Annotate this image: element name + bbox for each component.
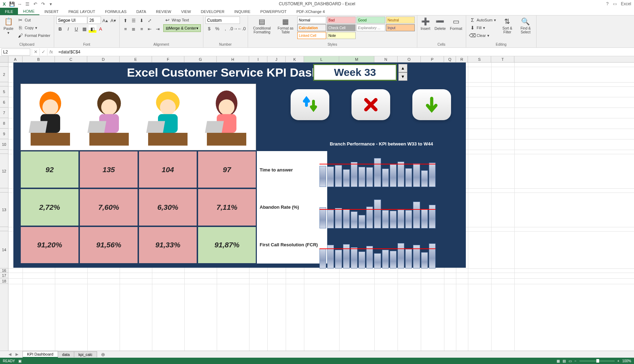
font-family-select[interactable] [56,17,87,24]
col-header-K[interactable]: K [286,56,304,62]
accept-formula-icon[interactable]: ✓ [39,48,47,56]
row-header[interactable]: 16 [0,268,8,273]
comma-icon[interactable]: , [222,25,229,32]
decrease-font-icon[interactable]: A▾ [109,17,117,24]
status-bad-icon[interactable] [351,89,390,120]
formula-input[interactable]: =data!$C$4 [56,50,634,54]
align-top-icon[interactable]: ⬆ [122,17,129,24]
col-header-B[interactable]: B [23,56,55,62]
col-header-M[interactable]: M [339,56,374,62]
font-size-select[interactable] [88,17,101,24]
tab-page-layout[interactable]: PAGE LAYOUT [63,8,100,15]
col-header-Q[interactable]: Q [444,56,456,62]
style-input[interactable]: Input [386,24,415,31]
tab-formulas[interactable]: FORMULAS [100,8,131,15]
decrease-indent-icon[interactable]: ⇤ [146,25,154,33]
cut-button[interactable]: ✂Cut [16,17,52,24]
arrow-icon[interactable]: ↔ [17,1,23,7]
align-bottom-icon[interactable]: ⬇ [138,17,146,24]
orientation-icon[interactable]: ⤢ [146,17,154,24]
percent-icon[interactable]: % [214,25,221,32]
underline-button[interactable]: U [72,25,80,33]
format-as-table-button[interactable]: ▦Format as Table [275,17,296,35]
tab-view[interactable]: VIEW [176,8,196,15]
format-button[interactable]: ▭Format [449,17,464,31]
spinner-up-button[interactable]: ▲ [398,64,407,72]
qat-customize-icon[interactable]: ▾ [48,1,53,7]
style-linked-cell[interactable]: Linked Cell [297,32,326,39]
col-header-L[interactable]: L [304,56,339,62]
style-note[interactable]: Note [327,32,356,39]
insert-function-icon[interactable]: fx [47,48,55,56]
col-header-P[interactable]: P [421,56,444,62]
cell-styles-gallery[interactable]: Normal Bad Good Neutral Calculation Chec… [297,17,415,39]
row-header[interactable]: 8 [0,118,8,129]
align-middle-icon[interactable]: ☰ [130,17,138,24]
style-bad[interactable]: Bad [327,17,356,24]
sheet-nav-prev[interactable]: ◀ [8,352,11,357]
undo-icon[interactable]: ↶ [32,1,38,7]
tab-home[interactable]: HOME [18,8,39,15]
copy-button[interactable]: ⎘Copy ▾ [16,24,52,31]
fill-color-button[interactable]: ◧ [89,25,96,33]
row-header[interactable] [0,82,8,86]
row-header[interactable]: 5 [0,86,8,97]
clear-button[interactable]: ⌫Clear ▾ [468,32,497,39]
wrap-text-button[interactable]: ↩Wrap Text [163,17,201,24]
zoom-in-icon[interactable]: + [617,359,620,363]
col-header-F[interactable]: F [152,56,184,62]
row-header[interactable]: 18 [0,278,8,284]
view-layout-icon[interactable]: ▤ [563,359,566,363]
col-header-A[interactable]: A [8,56,23,62]
tab-inquire[interactable]: INQUIRE [229,8,255,15]
fill-button[interactable]: ⬇Fill ▾ [468,24,497,31]
col-header-T[interactable]: T [491,56,514,62]
col-header-S[interactable]: S [468,56,491,62]
row-header[interactable] [0,188,8,193]
style-explanatory[interactable]: Explanatory ... [356,24,385,31]
paste-button[interactable]: 📋 Paste ▾ [2,17,15,36]
row-header[interactable]: 12 [0,154,8,188]
style-check-cell[interactable]: Check Cell [327,24,356,31]
ribbon-options-icon[interactable]: ▭ [613,1,617,6]
row-header[interactable]: 6 [0,97,8,108]
macro-record-icon[interactable]: ▣ [18,359,21,363]
find-select-button[interactable]: 🔍Find & Select [517,17,534,35]
autosum-button[interactable]: ΣAutoSum ▾ [468,17,497,24]
help-icon[interactable]: ? [606,1,609,6]
sheet-tab-kpi-calc[interactable]: kpi_calc [74,351,97,357]
row-header[interactable]: 2 [0,67,8,82]
col-header-O[interactable]: O [398,56,421,62]
row-header[interactable]: 7 [0,108,8,118]
border-button[interactable]: ▦ [81,25,88,33]
increase-indent-icon[interactable]: ⇥ [154,25,162,33]
style-neutral[interactable]: Neutral [386,17,415,24]
sheet-tab-add[interactable]: ⊕ [97,351,109,358]
style-calculation[interactable]: Calculation [297,24,326,31]
sheet-tab-kpi-dashboard[interactable]: KPI Dashboard [23,351,58,358]
decrease-decimal-icon[interactable]: ←.0 [238,25,246,32]
col-header-C[interactable]: C [55,56,87,62]
bold-button[interactable]: B [56,25,64,33]
style-good[interactable]: Good [356,17,385,24]
row-header[interactable] [0,63,8,67]
insert-button[interactable]: ➕Insert [419,17,432,31]
align-right-icon[interactable]: ≡ [138,25,146,33]
font-color-button[interactable]: A [97,25,104,33]
italic-button[interactable]: I [64,25,72,33]
row-header[interactable]: 14 [0,231,8,268]
tab-data[interactable]: DATA [132,8,151,15]
row-header[interactable] [0,227,8,231]
cancel-formula-icon[interactable]: ✕ [32,48,39,56]
number-format-select[interactable] [205,17,240,24]
zoom-slider[interactable] [579,360,615,362]
tab-powerpivot[interactable]: POWERPIVOT [255,8,292,15]
align-center-icon[interactable]: ≣ [130,25,138,33]
col-header-G[interactable]: G [184,56,217,62]
select-all-corner[interactable] [0,56,8,62]
col-header-D[interactable]: D [87,56,120,62]
col-header-I[interactable]: I [249,56,267,62]
spinner-down-button[interactable]: ▼ [398,72,407,81]
col-header-J[interactable]: J [267,56,286,62]
col-header-R[interactable]: R [456,56,468,62]
